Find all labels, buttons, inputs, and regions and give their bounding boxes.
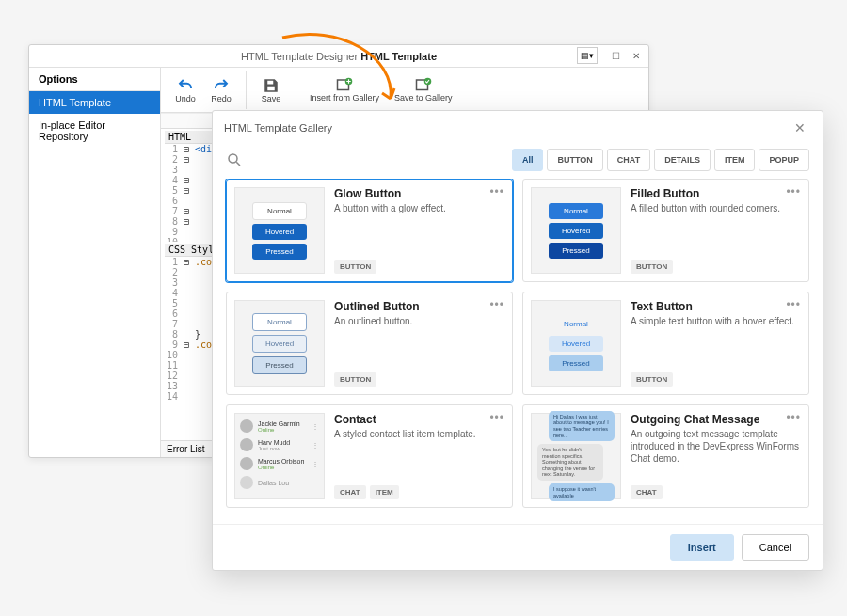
filter-tabs: All BUTTON CHAT DETAILS ITEM POPUP xyxy=(512,149,809,171)
card-desc: A simple text button with a hover effect… xyxy=(631,315,801,327)
preview-state-normal: Normal xyxy=(252,313,307,331)
contact-status: Online xyxy=(258,427,300,433)
preview-state-hovered: Hovered xyxy=(549,336,603,352)
close-window-button[interactable]: ✕ xyxy=(628,47,645,64)
redo-button[interactable]: Redo xyxy=(204,75,238,105)
card-title: Glow Button xyxy=(334,187,504,200)
contact-name: Harv Mudd xyxy=(258,439,290,446)
contact-name: Marcus Orbison xyxy=(258,458,304,465)
contact-status: Online xyxy=(258,465,304,470)
redo-icon xyxy=(213,77,230,94)
preview-state-normal: Normal xyxy=(549,203,603,219)
gallery-card-text-button[interactable]: ••• Normal Hovered Pressed Text Button A… xyxy=(522,292,809,395)
filter-chat[interactable]: CHAT xyxy=(607,149,650,171)
preview-state-pressed: Pressed xyxy=(549,355,603,371)
save-label: Save xyxy=(262,94,281,103)
card-desc: An outlined button. xyxy=(334,315,504,327)
sidebar: Options HTML Template In-place Editor Re… xyxy=(29,68,161,457)
preview-state-normal: Normal xyxy=(252,202,307,220)
filter-button[interactable]: BUTTON xyxy=(547,149,602,171)
save-icon xyxy=(263,77,280,94)
contact-name: Jackie Garmin xyxy=(258,420,300,427)
card-preview: Normal Hovered Pressed xyxy=(531,187,621,274)
save-gallery-label: Save to Gallery xyxy=(394,94,453,103)
chat-bubble-out: Hi Dallas I was just about to message yo… xyxy=(549,411,615,441)
svg-point-4 xyxy=(229,154,237,163)
chat-bubble-out: I suppose it wasn't available xyxy=(549,483,615,501)
insert-gallery-label: Insert from Gallery xyxy=(310,94,379,103)
chat-bubble-in: Yes, but he didn't mention specifics. So… xyxy=(537,444,603,481)
maximize-button[interactable]: ☐ xyxy=(607,47,624,64)
title-name: HTML Template xyxy=(360,51,437,62)
search-icon[interactable] xyxy=(226,151,243,168)
filter-item[interactable]: ITEM xyxy=(714,149,756,171)
redo-label: Redo xyxy=(211,94,232,103)
gallery-card-outgoing-chat[interactable]: ••• Hi Dallas I was just about to messag… xyxy=(522,404,809,508)
card-preview: Normal Hovered Pressed xyxy=(234,300,325,387)
gallery-card-glow-button[interactable]: ••• Normal Hovered Pressed Glow Button A… xyxy=(226,179,513,282)
card-desc: A styled contact list item template. xyxy=(334,428,504,440)
save-button[interactable]: Save xyxy=(254,75,288,105)
card-tag: BUTTON xyxy=(631,372,673,387)
insert-button[interactable]: Insert xyxy=(670,534,734,561)
card-desc: A filled button with rounded corners. xyxy=(631,202,801,214)
preview-state-hovered: Hovered xyxy=(549,223,603,239)
cancel-button[interactable]: Cancel xyxy=(742,534,809,561)
preview-state-normal: Normal xyxy=(549,316,603,332)
sidebar-item-html-template[interactable]: HTML Template xyxy=(29,91,160,114)
card-tag: BUTTON xyxy=(334,372,376,387)
title-bar: HTML Template Designer HTML Template ▤▾ … xyxy=(29,45,648,68)
card-title: Outgoing Chat Message xyxy=(631,413,801,426)
gallery-title: HTML Template Gallery xyxy=(224,122,332,134)
card-title: Contact xyxy=(334,413,504,426)
card-preview: Normal Hovered Pressed xyxy=(531,300,621,387)
preview-state-pressed: Pressed xyxy=(252,244,307,260)
toolbar: Undo Redo Save Insert from Gallery xyxy=(161,68,648,113)
save-to-gallery-button[interactable]: Save to Gallery xyxy=(389,75,458,105)
preview-state-pressed: Pressed xyxy=(252,356,307,374)
card-tag: CHAT xyxy=(334,485,366,499)
preview-state-hovered: Hovered xyxy=(252,224,307,240)
gallery-card-filled-button[interactable]: ••• Normal Hovered Pressed Filled Button… xyxy=(522,179,809,282)
card-title: Outlined Button xyxy=(334,300,504,313)
card-tag: CHAT xyxy=(631,485,663,499)
save-gallery-icon xyxy=(415,77,432,94)
undo-label: Undo xyxy=(175,94,196,103)
card-tag: BUTTON xyxy=(334,260,376,274)
filter-details[interactable]: DETAILS xyxy=(654,149,711,171)
card-tag: BUTTON xyxy=(631,260,673,274)
preview-state-hovered: Hovered xyxy=(252,335,307,353)
gallery-card-outlined-button[interactable]: ••• Normal Hovered Pressed Outlined Butt… xyxy=(226,292,513,395)
insert-from-gallery-button[interactable]: Insert from Gallery xyxy=(304,75,385,105)
card-desc: An outgoing text message template introd… xyxy=(631,428,801,465)
undo-icon xyxy=(177,77,194,94)
card-tag: ITEM xyxy=(370,485,399,499)
card-title: Filled Button xyxy=(631,187,801,200)
contact-name: Dallas Lou xyxy=(258,480,289,486)
gallery-card-contact[interactable]: ••• Jackie GarminOnline⋮ Harv MuddJust n… xyxy=(226,404,513,508)
gallery-dialog: HTML Template Gallery ✕ All BUTTON CHAT … xyxy=(212,110,823,571)
contact-status: Just now xyxy=(258,446,290,451)
title-prefix: HTML Template Designer xyxy=(241,51,360,62)
preview-state-pressed: Pressed xyxy=(549,243,603,259)
filter-all[interactable]: All xyxy=(512,149,544,171)
card-preview: Hi Dallas I was just about to message yo… xyxy=(531,413,621,499)
card-preview: Jackie GarminOnline⋮ Harv MuddJust now⋮ … xyxy=(234,413,325,499)
layout-grid-button[interactable]: ▤▾ xyxy=(577,47,598,64)
card-desc: A button with a glow effect. xyxy=(334,202,504,214)
undo-button[interactable]: Undo xyxy=(168,75,202,105)
card-preview: Normal Hovered Pressed xyxy=(234,187,325,274)
insert-gallery-icon xyxy=(336,77,353,94)
sidebar-header: Options xyxy=(29,68,160,91)
card-title: Text Button xyxy=(631,300,801,313)
sidebar-item-editor-repository[interactable]: In-place Editor Repository xyxy=(29,114,160,148)
filter-popup[interactable]: POPUP xyxy=(759,149,809,171)
gallery-close-button[interactable]: ✕ xyxy=(789,118,811,137)
